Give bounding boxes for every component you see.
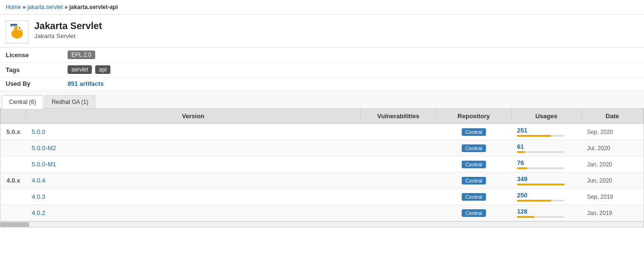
usage-count: 76 [517, 159, 575, 166]
header-text: Jakarta Servlet Jakarta Servlet [34, 20, 102, 40]
breadcrumb-home[interactable]: Home [6, 4, 21, 10]
group-label [1, 189, 26, 205]
repo-badge: Central [462, 161, 486, 168]
tab-central[interactable]: Central (6) [2, 95, 43, 109]
tags-value: servlet api [62, 62, 644, 77]
license-label: License [0, 48, 62, 62]
version-cell: 4.0.4 [26, 173, 360, 189]
vuln-cell [360, 205, 436, 221]
svg-marker-4 [21, 30, 23, 31]
used-by-label: Used By [0, 77, 62, 91]
group-label: 5.0.x [1, 124, 26, 140]
breadcrumb-group[interactable]: jakarta.servlet [27, 4, 63, 10]
repo-badge: Central [462, 144, 486, 152]
usages-cell: 128 [511, 205, 581, 221]
usage-bar [517, 216, 535, 218]
license-row: License EPL 2.0 [0, 48, 644, 62]
usage-count: 61 [517, 143, 575, 150]
breadcrumb-artifact: jakarta.servlet-api [69, 4, 118, 10]
used-by-value: 851 artifacts [62, 77, 644, 91]
usage-bar [517, 184, 565, 185]
usage-bar [517, 167, 527, 169]
col-header-vuln: Vulnerabilities [360, 109, 436, 124]
repo-cell: Central [436, 156, 511, 173]
tags-label: Tags [0, 62, 62, 77]
versions-tbody: 5.0.x5.0.0Central251Sep, 20205.0.0-M2Cen… [1, 124, 644, 221]
license-value: EPL 2.0 [62, 48, 644, 62]
version-link[interactable]: 4.0.3 [31, 193, 45, 200]
tags-row: Tags servlet api [0, 62, 644, 77]
table-row: 4.0.x4.0.4Central349Jun, 2020 [1, 173, 644, 189]
usage-bar-container [517, 184, 565, 185]
date-cell: Sep, 2020 [581, 124, 643, 140]
tab-redhat[interactable]: Redhat GA (1) [45, 95, 96, 108]
version-link[interactable]: 5.0.0 [31, 128, 45, 135]
usage-bar-container [517, 167, 565, 169]
table-row: 5.0.x5.0.0Central251Sep, 2020 [1, 124, 644, 140]
repo-badge: Central [462, 209, 486, 217]
version-cell: 4.0.2 [26, 205, 360, 221]
repo-cell: Central [436, 173, 511, 189]
group-label [1, 156, 26, 173]
artifact-logo: JAKARTA EE [6, 20, 29, 43]
usage-count: 251 [517, 127, 575, 134]
date-cell: Jul, 2020 [581, 140, 643, 156]
col-header-usages: Usages [511, 109, 581, 124]
vuln-cell [360, 140, 436, 156]
usage-bar-container [517, 216, 565, 218]
version-cell: 4.0.3 [26, 189, 360, 205]
breadcrumb: Home » jakarta.servlet » jakarta.servlet… [0, 0, 644, 15]
date-cell: Jan, 2020 [581, 156, 643, 173]
usages-cell: 250 [511, 189, 581, 205]
version-link[interactable]: 4.0.4 [31, 177, 45, 184]
meta-table: License EPL 2.0 Tags servlet api Used By… [0, 48, 644, 91]
license-badge: EPL 2.0 [68, 51, 95, 59]
svg-text:EE: EE [12, 27, 14, 29]
vuln-cell [360, 173, 436, 189]
col-header-group [1, 109, 26, 124]
tag-api[interactable]: api [95, 65, 110, 74]
version-cell: 5.0.0-M1 [26, 156, 360, 173]
artifact-title: Jakarta Servlet [34, 20, 102, 31]
usages-cell: 61 [511, 140, 581, 156]
usage-bar-container [517, 200, 565, 202]
vuln-cell [360, 124, 436, 140]
repo-cell: Central [436, 205, 511, 221]
repo-cell: Central [436, 124, 511, 140]
usage-bar [517, 151, 525, 153]
repo-cell: Central [436, 140, 511, 156]
usage-bar-container [517, 151, 565, 153]
used-by-link[interactable]: 851 artifacts [68, 80, 104, 87]
svg-point-3 [19, 28, 20, 29]
usage-count: 349 [517, 175, 575, 183]
date-cell: Sep, 2019 [581, 189, 643, 205]
usage-bar-container [517, 135, 565, 137]
col-header-version: Version [26, 109, 360, 124]
version-link[interactable]: 5.0.0-M2 [31, 144, 56, 152]
version-link[interactable]: 5.0.0-M1 [31, 161, 56, 168]
version-link[interactable]: 4.0.2 [31, 209, 45, 216]
version-cell: 5.0.0 [26, 124, 360, 140]
table-row: 4.0.3Central250Sep, 2019 [1, 189, 644, 205]
usage-bar [517, 200, 551, 202]
table-row: 4.0.2Central128Jan, 2019 [1, 205, 644, 221]
tag-servlet[interactable]: servlet [68, 65, 92, 74]
usage-count: 128 [517, 208, 575, 215]
versions-table: Version Vulnerabilities Repository Usage… [0, 109, 644, 221]
group-label [1, 140, 26, 156]
header-section: JAKARTA EE Jakarta Servlet Jakarta Servl… [0, 15, 644, 48]
usages-cell: 76 [511, 156, 581, 173]
breadcrumb-sep2: » [64, 4, 69, 10]
group-label [1, 205, 26, 221]
versions-table-container: Version Vulnerabilities Repository Usage… [0, 109, 644, 227]
vuln-cell [360, 156, 436, 173]
horizontal-scrollbar[interactable] [0, 221, 644, 227]
breadcrumb-sep1: » [22, 4, 27, 10]
date-cell: Jun, 2020 [581, 173, 643, 189]
tabs-row: Central (6) Redhat GA (1) [0, 91, 644, 109]
repo-badge: Central [462, 128, 486, 136]
table-row: 5.0.0-M2Central61Jul, 2020 [1, 140, 644, 156]
repo-cell: Central [436, 189, 511, 205]
usages-cell: 251 [511, 124, 581, 140]
scrollbar-thumb[interactable] [0, 222, 29, 227]
